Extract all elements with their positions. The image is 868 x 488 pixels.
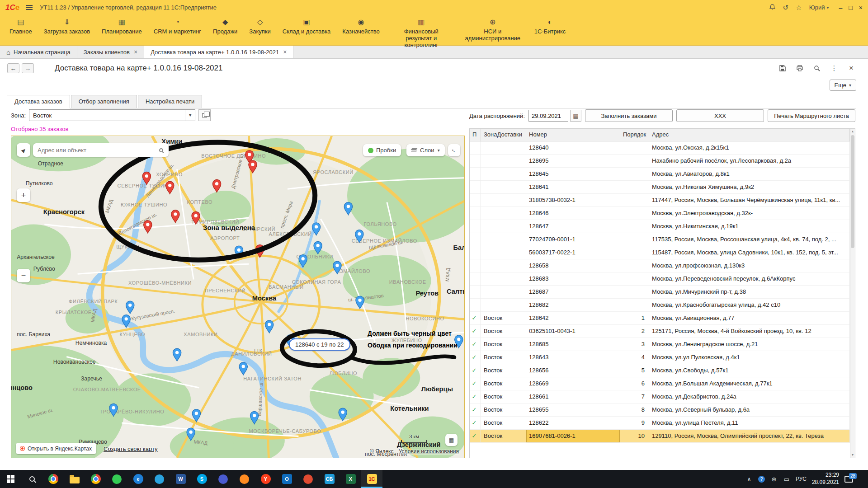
taskbar-skype[interactable]: S <box>191 470 212 488</box>
column-header-3[interactable]: Порядок <box>620 129 649 141</box>
tab-close-icon[interactable]: × <box>283 48 287 56</box>
order-row[interactable]: 128687Москва, ул.Мичуринский пр-т, д.38 <box>470 286 850 299</box>
taskbar-excel[interactable]: X <box>340 470 361 488</box>
zoom-in-button[interactable]: + <box>17 188 30 202</box>
terms-of-use-link[interactable]: Условия использования <box>399 448 459 455</box>
order-row[interactable]: 128646Москва, ул.Электрозаводская, д.32к… <box>470 207 850 220</box>
taskbar-word[interactable]: W <box>170 470 191 488</box>
taskbar-bank-app[interactable]: СБ <box>319 470 340 488</box>
minimize-icon[interactable]: – <box>839 4 843 11</box>
order-row[interactable]: 128640Москва, ул.Окская, д.2к15к1 <box>470 141 850 155</box>
orders-table[interactable]: ПЗонаДоставкиНомерПорядокАдрес 128640Мос… <box>469 128 855 458</box>
order-row[interactable]: ✓Восток16907681-0026-110129110, Россия, … <box>470 430 850 443</box>
order-row[interactable]: ✓Восток1286565Москва, ул.Свободы, д.57к1 <box>470 364 850 377</box>
taskbar-edge[interactable]: e <box>127 470 149 488</box>
taskbar-outlook[interactable]: O <box>276 470 297 488</box>
open-in-yandex-link[interactable]: Открыть в Яндекс.Картах <box>16 443 96 454</box>
fullscreen-button[interactable]: ↔ <box>448 144 460 156</box>
window-tab-0[interactable]: ⌂Начальная страница <box>0 46 77 58</box>
order-row[interactable]: 128647Москва, ул.Никитинская, д.19к1 <box>470 220 850 233</box>
scroll-up-icon[interactable]: ▲ <box>850 129 855 134</box>
panorama-button[interactable]: ▦ <box>445 434 458 446</box>
order-row[interactable]: 56003717-0022-1115487, Россия, Москва, у… <box>470 246 850 259</box>
action-center-icon[interactable]: 28 <box>844 476 853 483</box>
print-icon[interactable] <box>795 63 805 73</box>
ribbon-tab-purchases[interactable]: ◇Закупки <box>243 15 276 36</box>
tab-close-icon[interactable]: × <box>134 48 137 56</box>
xxx-button[interactable]: XXX <box>676 109 764 122</box>
scroll-down-icon[interactable]: ▼ <box>850 452 855 458</box>
order-row[interactable]: ✓Восток1286229Москва, ул.улица Пестеля, … <box>470 417 850 430</box>
tray-help-icon[interactable]: ? <box>758 476 765 483</box>
taskbar-firefox[interactable] <box>234 470 255 488</box>
geolocation-button[interactable]: ▶ <box>17 143 30 157</box>
zone-select[interactable]: Восток ▼ <box>29 109 195 121</box>
order-row[interactable]: ✓Восток1286696Москва, ул.Большая Академи… <box>470 377 850 390</box>
layers-button[interactable]: Слои ▾ <box>406 144 445 156</box>
subtab-0[interactable]: Доставка заказов <box>7 95 70 108</box>
ribbon-tab-treasury[interactable]: ◉Казначейство <box>336 15 385 36</box>
column-header-4[interactable]: Адрес <box>649 129 850 141</box>
order-row[interactable]: 128641Москва, ул.Николая Химушина, д.9к2 <box>470 181 850 194</box>
search-form-icon[interactable] <box>812 63 822 73</box>
fill-orders-button[interactable]: Заполнить заказами <box>585 109 673 122</box>
taskbar-chrome[interactable] <box>42 470 64 488</box>
close-window-icon[interactable]: × <box>859 4 863 11</box>
network-icon[interactable]: ▭ <box>783 476 790 483</box>
window-tab-2[interactable]: Доставка товара на карте+ 1.0.0.16 19-08… <box>144 46 293 58</box>
date-input[interactable] <box>528 110 568 122</box>
column-header-0[interactable]: П <box>470 129 481 141</box>
taskbar-file-explorer[interactable] <box>64 470 85 488</box>
close-form-icon[interactable]: × <box>846 63 856 73</box>
zoom-out-button[interactable]: − <box>17 269 30 282</box>
print-route-button[interactable]: Печать Маршрутного листа <box>768 109 855 122</box>
order-row[interactable]: 77024709-0001-1117535, Россия, Москва, Р… <box>470 233 850 246</box>
order-row[interactable]: ✓Восток1286853Москва, ул.Ленинградское ш… <box>470 338 850 351</box>
current-user[interactable]: Юрий▾ <box>809 4 829 11</box>
order-row[interactable]: ✓Восток1286434Москва, ул.ул Пулковская, … <box>470 351 850 364</box>
ribbon-tab-main[interactable]: ▤Главное <box>4 15 38 36</box>
order-row[interactable]: ✓Восток1286558Москва, ул.Северный бульва… <box>470 404 850 417</box>
yandex-map[interactable]: ХимкиКрасногорскМоскваРеутовЛюберцыКотел… <box>11 136 465 458</box>
subtab-2[interactable]: Настройка печати <box>138 95 202 108</box>
ribbon-tab-planning[interactable]: ▦Планирование <box>96 15 148 36</box>
taskbar-telegram[interactable] <box>149 470 170 488</box>
taskbar-search[interactable] <box>21 470 42 488</box>
language-indicator[interactable]: РУС <box>796 476 807 482</box>
kebab-menu-icon[interactable]: ⋮ <box>829 63 839 73</box>
create-own-map-link[interactable]: Создать свою карту <box>104 446 158 452</box>
notifications-bell-icon[interactable] <box>769 4 776 12</box>
history-icon[interactable]: ↺ <box>783 4 789 12</box>
order-row[interactable]: 128658Москва, ул.профсоюзная, д.130к3 <box>470 259 850 272</box>
ribbon-tab-order-import[interactable]: ⇓Загрузка заказов <box>38 15 96 36</box>
volume-muted-icon[interactable]: ⊗ <box>770 476 778 483</box>
taskbar-start[interactable] <box>0 470 21 488</box>
column-header-1[interactable]: ЗонаДоставки <box>481 129 526 141</box>
order-balloon-label[interactable]: 128640 с 19 по 22 <box>289 338 350 351</box>
taskbar-app-red[interactable] <box>297 470 319 488</box>
taskbar-whatsapp[interactable] <box>106 470 127 488</box>
window-tab-1[interactable]: Заказы клиентов× <box>77 46 144 58</box>
subtab-1[interactable]: Отбор заполнения <box>71 95 137 108</box>
map-search-input[interactable] <box>33 147 159 154</box>
order-row[interactable]: 31805738-0032-1117447, Россия, Москва, Б… <box>470 194 850 207</box>
traffic-button[interactable]: Пробки <box>363 144 401 156</box>
more-button[interactable]: Еще▾ <box>830 80 856 91</box>
forward-button[interactable]: → <box>22 63 34 73</box>
order-row[interactable]: 128645Москва, ул.Авиаторов, д.8к1 <box>470 168 850 181</box>
ribbon-tab-finance[interactable]: ▥Финансовый результат и контроллинг <box>386 15 457 50</box>
ribbon-tab-warehouse[interactable]: ▣Склад и доставка <box>277 15 337 36</box>
ribbon-tab-sales[interactable]: ◆Продажи <box>207 15 243 36</box>
order-row[interactable]: ✓Восток03625101-0043-12125171, Россия, М… <box>470 325 850 338</box>
back-button[interactable]: ← <box>7 63 19 73</box>
ribbon-tab-admin[interactable]: ⊕НСИ и администрирование <box>457 15 528 43</box>
ribbon-tab-bitrix[interactable]: ◐1С-Битрикс <box>528 15 572 36</box>
taskbar-clock[interactable]: 23:29 28.09.2021 <box>812 472 839 486</box>
zone-choose-button[interactable] <box>198 109 211 121</box>
column-header-2[interactable]: Номер <box>526 129 620 141</box>
chevron-down-icon[interactable]: ▼ <box>185 110 195 121</box>
order-row[interactable]: ✓Восток1286617Москва, ул.Декабристов, д.… <box>470 390 850 404</box>
taskbar-1c-enterprise[interactable]: 1С <box>361 470 382 488</box>
favorites-star-icon[interactable]: ☆ <box>796 4 802 12</box>
order-row[interactable]: ✓Восток1286421Москва, ул.Авиационная, д.… <box>470 312 850 325</box>
